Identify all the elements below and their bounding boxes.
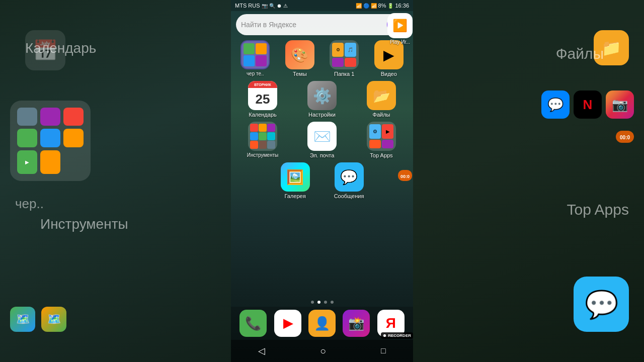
status-left: MTS RUS 📷 🔍 ⏺ ⚠ — [235, 3, 288, 9]
topapps-icon[interactable]: ⚙ ▶ — [367, 122, 396, 151]
settings-label: Настройки — [308, 112, 336, 118]
app-vecher-label: чер те.. — [247, 71, 264, 76]
signal-icon: 📶 — [371, 3, 377, 9]
play-store-top[interactable]: ▶️ Play Иг... — [387, 13, 413, 45]
left-instruments-label: Инструменты — [40, 216, 128, 232]
settings-icon[interactable]: ⚙️ — [307, 81, 337, 110]
home-button[interactable]: ○ — [316, 341, 330, 361]
messages-icon[interactable]: 💬 — [335, 162, 364, 192]
tools-icon[interactable] — [248, 122, 277, 151]
dock-contacts[interactable]: 👤 — [308, 310, 336, 337]
left-panel: 📅 Календарь ▶ чер.. Инструменты 🗺️ 🗺️ — [0, 0, 231, 362]
themes-label: Темы — [293, 71, 307, 77]
calendar-label: Календарь — [249, 112, 277, 118]
search-bar[interactable]: Найти в Яндексе — [236, 14, 408, 35]
gallery-label: Галерея — [284, 193, 305, 199]
app-tools[interactable]: Инструменты — [246, 122, 280, 158]
page-dot-2[interactable] — [324, 301, 327, 304]
app-gallery[interactable]: 🖼️ Галерея — [278, 162, 312, 199]
app-messages[interactable]: 💬 Сообщения — [332, 162, 366, 199]
phone-frame: MTS RUS 📷 🔍 ⏺ ⚠ 📶 🔵 📶 8% 🔋 16:36 ▶️ Play… — [231, 0, 413, 362]
carrier-text: MTS RUS — [235, 3, 260, 9]
right-topapps-label: Top Apps — [567, 201, 629, 218]
left-folder-widget: ▶ — [10, 101, 91, 181]
contacts-icon[interactable]: 👤 — [308, 310, 336, 337]
search-status-icon: 🔍 — [269, 3, 275, 9]
battery-text: 8% — [378, 3, 386, 9]
calendar-icon[interactable]: ВТОРНИК 25 — [248, 81, 277, 110]
topapps-label: Top Apps — [370, 152, 392, 158]
right-panel: 📁 Файлы 💬 N 📷 00:0 Top Apps 💬 — [413, 0, 644, 362]
messages-label: Сообщения — [334, 193, 364, 199]
play-store-label: Play Иг... — [390, 39, 410, 45]
gallery-icon[interactable]: 🖼️ — [281, 162, 310, 192]
app-themes[interactable]: 🎨 Темы — [283, 40, 317, 77]
bluetooth-icon: 🔵 — [363, 3, 369, 9]
alert-icon: ⚠ — [283, 3, 288, 9]
timer-badge: 00:0 — [398, 170, 412, 181]
dock-camera[interactable]: 📸 — [343, 310, 370, 337]
files-label: Файлы — [373, 112, 390, 118]
app-row-2: ВТОРНИК 25 Календарь ⚙️ Настройки 📂 Файл… — [233, 79, 411, 120]
back-button[interactable]: ◁ — [254, 341, 269, 360]
app-grid: чер те.. 🎨 Темы ⚙ 🎵 Папка 1 ▶ Ви — [231, 38, 413, 298]
email-label: Эл. почта — [310, 152, 335, 158]
themes-icon[interactable]: 🎨 — [285, 40, 314, 69]
page-dot-3[interactable] — [331, 301, 334, 304]
netflix-icon: N — [574, 90, 602, 119]
dock-youtube[interactable]: ▶ — [274, 310, 301, 337]
folder1-label: Папка 1 — [334, 71, 354, 77]
app-topapps[interactable]: ⚙ ▶ Top Apps — [364, 122, 398, 158]
instagram-icon: 📷 — [606, 90, 634, 119]
app-vecher-partial[interactable]: чер те.. — [238, 40, 272, 77]
messenger-icon: 💬 — [541, 90, 570, 119]
recorder-badge: ⏺ RECORDER — [381, 332, 413, 339]
tools-label: Инструменты — [247, 152, 278, 158]
left-maps-icon: 🗺️ — [10, 307, 35, 332]
left-maps2-icon: 🗺️ — [41, 307, 66, 332]
files-icon[interactable]: 📂 — [367, 81, 396, 110]
left-calendar-label: Календарь — [25, 40, 96, 56]
play-store-icon[interactable]: ▶️ — [387, 13, 413, 38]
page-dot-1[interactable] — [317, 301, 320, 304]
wifi-icon: 📶 — [356, 3, 362, 9]
battery-icon: 🔋 — [387, 3, 393, 9]
recents-button[interactable]: □ — [377, 342, 390, 359]
screen-record-icon: ⏺ — [277, 3, 282, 9]
right-files-label: Файлы — [556, 45, 604, 62]
app-row-3: Инструменты ✉️ Эл. почта ⚙ ▶ Top Apps — [233, 120, 411, 160]
right-timer: 00:0 — [616, 131, 634, 143]
camera-icon: 📷 — [262, 3, 268, 9]
app-video[interactable]: ▶ Видео — [372, 40, 406, 77]
status-bar: MTS RUS 📷 🔍 ⏺ ⚠ 📶 🔵 📶 8% 🔋 16:36 — [231, 0, 413, 11]
app-email[interactable]: ✉️ Эл. почта — [305, 122, 339, 158]
app-row-1: чер те.. 🎨 Темы ⚙ 🎵 Папка 1 ▶ Ви — [233, 38, 411, 79]
app-settings[interactable]: ⚙️ Настройки — [305, 81, 339, 118]
search-placeholder: Найти в Яндексе — [241, 21, 383, 29]
email-icon[interactable]: ✉️ — [307, 122, 337, 151]
youtube-icon[interactable]: ▶ — [274, 310, 301, 337]
dock-phone[interactable]: 📞 — [239, 310, 267, 337]
recorder-text: RECORDER — [388, 333, 411, 338]
video-label: Видео — [381, 71, 397, 77]
folder1-icon[interactable]: ⚙ 🎵 — [330, 40, 359, 69]
app-files[interactable]: 📂 Файлы — [364, 81, 398, 118]
page-indicators — [231, 298, 413, 307]
page-dot-0[interactable] — [311, 301, 314, 304]
app-folder1[interactable]: ⚙ 🎵 Папка 1 — [327, 40, 361, 77]
app-row-4: 🖼️ Галерея 💬 Сообщения — [233, 160, 411, 201]
time-text: 16:36 — [395, 3, 409, 9]
nav-bar: ◁ ○ □ — [231, 340, 413, 362]
right-messages-big: 💬 — [574, 277, 629, 332]
left-vecher-label: чер.. — [15, 196, 44, 211]
app-calendar[interactable]: ВТОРНИК 25 Календарь — [246, 81, 280, 118]
timer-text: 00:0 — [400, 174, 410, 179]
status-right: 📶 🔵 📶 8% 🔋 16:36 — [356, 3, 409, 9]
phone-icon[interactable]: 📞 — [239, 310, 267, 337]
camera-app-icon[interactable]: 📸 — [343, 310, 370, 337]
